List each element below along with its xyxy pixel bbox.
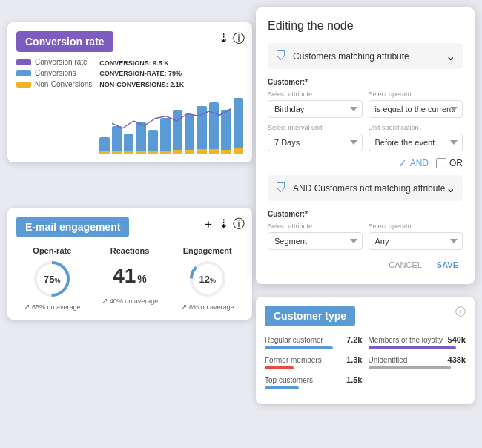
ct-label-val-left-0: Regular customer 7.2k bbox=[265, 335, 363, 344]
bar-group-11 bbox=[234, 98, 243, 154]
node2-icon: ⛉ bbox=[275, 182, 287, 195]
non-conversion-bar-2 bbox=[124, 151, 133, 154]
ct-label-regular: Regular customer bbox=[265, 336, 323, 344]
non-conversion-bar-8 bbox=[197, 149, 206, 154]
ct-value-members: 540k bbox=[448, 335, 466, 344]
ct-label-val-right-0: Members of the loyalty 540k bbox=[369, 335, 466, 344]
node1-header-left: ⛉ Customers matching attribute bbox=[275, 50, 409, 63]
bar-group-0 bbox=[99, 137, 109, 154]
unit-label: Unit specification bbox=[369, 124, 463, 131]
ct-bar-members bbox=[369, 346, 456, 349]
cancel-button[interactable]: CANCEL bbox=[384, 257, 426, 272]
form-row-1: Select attribute Birthday Select operato… bbox=[268, 90, 463, 118]
or-button[interactable]: OR bbox=[436, 158, 463, 168]
conversions-stat: CONVERSIONS: 9.5 K bbox=[99, 58, 243, 68]
email-metrics: Open-rate 75% ↗ 65% on average Reactions… bbox=[16, 246, 243, 311]
legend-label: Conversions bbox=[35, 69, 76, 77]
reactions-metric: Reactions 41 % ↗ 40% on average bbox=[94, 246, 166, 311]
ct-row-1: Former members 1.3k Unidentified 438k bbox=[265, 355, 466, 369]
ct-bar-unidentified bbox=[369, 366, 452, 369]
non-conversion-bar-1 bbox=[112, 151, 122, 154]
interval-group: Select interval unit 7 Days bbox=[268, 124, 363, 151]
section1-label: Customer:* bbox=[268, 78, 463, 86]
unit-select[interactable]: Before the event bbox=[369, 134, 463, 151]
download-icon[interactable]: ⇣ bbox=[219, 31, 228, 47]
ct-label-unidentified: Unidentified bbox=[369, 356, 408, 364]
bar-6 bbox=[173, 110, 182, 149]
bar-5 bbox=[160, 118, 170, 151]
ct-row-0: Regular customer 7.2k Members of the loy… bbox=[265, 335, 466, 349]
engagement-circle: 12% bbox=[188, 260, 227, 298]
ct-label-val-left-1: Former members 1.3k bbox=[265, 355, 363, 364]
stats-area: CONVERSIONS: 9.5 K CONVERSION-RATE: 79% … bbox=[99, 58, 243, 154]
engagement-value: 12% bbox=[199, 274, 215, 285]
operator-label-2: Select operator bbox=[369, 223, 463, 230]
attribute-group-1: Select attribute Birthday bbox=[268, 90, 363, 118]
ct-value-unidentified: 438k bbox=[448, 355, 466, 364]
non-conversion-bar-4 bbox=[148, 151, 158, 154]
interval-label: Select interval unit bbox=[268, 124, 363, 131]
download-icon[interactable]: ⇣ bbox=[219, 217, 228, 232]
info-icon[interactable]: ⓘ bbox=[233, 217, 245, 232]
non-conversion-bar-5 bbox=[160, 151, 170, 154]
node2-header[interactable]: ⛉ AND Customers not matching attribute ⌄ bbox=[268, 175, 463, 201]
attribute-label-1: Select attribute bbox=[268, 90, 363, 98]
attribute-select-2[interactable]: Segment bbox=[268, 232, 363, 250]
bar-group-10 bbox=[221, 110, 231, 154]
operator-label-1: Select operator bbox=[369, 90, 463, 98]
customer-type-title: Customer type bbox=[265, 306, 355, 326]
bar-group-5 bbox=[160, 118, 170, 154]
conversion-content: Conversion rate Conversions Non-Conversi… bbox=[16, 58, 243, 154]
ct-bar-top bbox=[265, 386, 299, 389]
and-button[interactable]: ✓ AND bbox=[398, 157, 429, 169]
non-conversion-bar-6 bbox=[173, 150, 182, 154]
interval-select[interactable]: 7 Days bbox=[268, 134, 363, 151]
open-rate-circle: 75% bbox=[33, 260, 71, 298]
engagement-label: Engagement bbox=[183, 246, 232, 255]
edit-panel-title: Editing the node bbox=[268, 19, 463, 33]
bar-group-1 bbox=[112, 126, 122, 154]
section2-label: Customer:* bbox=[268, 210, 463, 218]
conversion-rate-card: Conversion rate ⇣ ⓘ Conversion rate Conv… bbox=[7, 22, 252, 162]
edit-panel: Editing the node ⛉ Customers matching at… bbox=[256, 7, 475, 284]
unit-group: Unit specification Before the event bbox=[369, 124, 463, 151]
ct-cell-right-1: Unidentified 438k bbox=[369, 355, 466, 369]
info-icon[interactable]: ⓘ bbox=[455, 306, 466, 319]
non-conversion-bar-9 bbox=[209, 149, 219, 154]
ct-value-former: 1.3k bbox=[346, 355, 362, 364]
save-button[interactable]: SAVE bbox=[432, 257, 463, 272]
ct-label-val-left-2: Top customers 1.5k bbox=[265, 375, 363, 384]
form-row-2: Select interval unit 7 Days Unit specifi… bbox=[268, 124, 463, 151]
ct-bar-former bbox=[265, 366, 294, 369]
non-conversion-bar-10 bbox=[221, 150, 231, 154]
add-icon[interactable]: ＋ bbox=[202, 217, 214, 232]
chevron-down-icon-2: ⌄ bbox=[446, 181, 455, 195]
bar-group-9 bbox=[209, 102, 219, 154]
legend-non-conversions: Non-Conversions bbox=[16, 80, 92, 88]
ct-label-top: Top customers bbox=[265, 376, 313, 384]
conversion-rate-title: Conversion rate bbox=[16, 31, 113, 52]
and-or-row: ✓ AND OR bbox=[268, 157, 463, 169]
node1-header[interactable]: ⛉ Customers matching attribute ⌄ bbox=[268, 43, 463, 69]
legend-conversions: Conversions bbox=[16, 69, 92, 77]
ct-row-2: Top customers 1.5k bbox=[265, 375, 466, 389]
stats-text: CONVERSIONS: 9.5 K CONVERSION-RATE: 79% … bbox=[99, 58, 243, 90]
node-icon: ⛉ bbox=[275, 50, 287, 63]
bar-3 bbox=[136, 122, 145, 151]
card-icon-group: ⇣ ⓘ bbox=[219, 31, 245, 47]
operator-select-2[interactable]: Any bbox=[369, 232, 463, 250]
action-buttons: CANCEL SAVE bbox=[268, 257, 463, 272]
ct-label-members: Members of the loyalty bbox=[369, 336, 443, 344]
check-icon: ✓ bbox=[398, 157, 407, 169]
ct-cell-right-2 bbox=[369, 375, 466, 389]
info-icon[interactable]: ⓘ bbox=[233, 31, 245, 47]
ct-bar-regular bbox=[265, 346, 333, 349]
bar-10 bbox=[221, 110, 231, 149]
ct-cell-left-0: Regular customer 7.2k bbox=[265, 335, 363, 349]
bar-1 bbox=[112, 126, 122, 151]
attribute-select-1[interactable]: Birthday bbox=[268, 100, 363, 118]
ct-rows: Regular customer 7.2k Members of the loy… bbox=[265, 335, 466, 389]
operator-select-1[interactable]: is equal to the current... bbox=[369, 100, 463, 118]
node2-type: AND Customers not matching attribute bbox=[293, 183, 445, 194]
open-rate-metric: Open-rate 75% ↗ 65% on average bbox=[16, 246, 88, 311]
